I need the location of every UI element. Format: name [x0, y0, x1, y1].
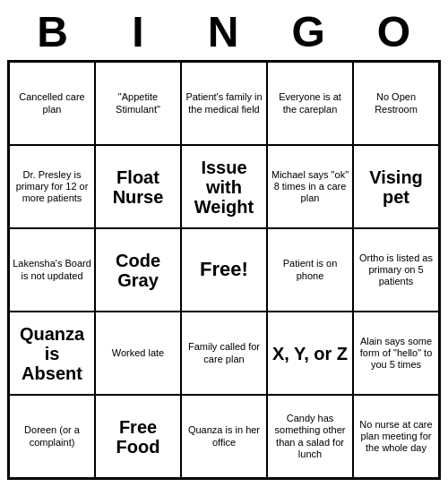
title-letter: G [267, 7, 352, 56]
bingo-grid: Cancelled care plan"Appetite Stimulant"P… [7, 60, 441, 480]
bingo-cell[interactable]: Lakensha's Board is not updated [9, 228, 95, 312]
bingo-cell[interactable]: Free Food [95, 395, 181, 478]
bingo-cell[interactable]: Everyone is at the careplan [267, 62, 353, 145]
bingo-cell[interactable]: Dr. Presley is primary for 12 or more pa… [9, 145, 95, 228]
bingo-cell[interactable]: No nurse at care plan meeting for the wh… [353, 395, 439, 478]
bingo-cell[interactable]: Michael says "ok" 8 times in a care plan [267, 145, 353, 228]
bingo-cell[interactable]: "Appetite Stimulant" [95, 62, 181, 145]
bingo-cell[interactable]: Cancelled care plan [9, 62, 95, 145]
bingo-cell[interactable]: Quanza is Absent [9, 312, 95, 395]
bingo-cell[interactable]: Family called for care plan [181, 312, 267, 395]
title-letter: O [352, 7, 437, 56]
bingo-cell[interactable]: Float Nurse [95, 145, 181, 228]
bingo-cell[interactable]: Issue with Weight [181, 145, 267, 228]
title-letter: B [11, 7, 96, 56]
bingo-cell[interactable]: X, Y, or Z [267, 312, 353, 395]
bingo-cell[interactable]: Patient's family in the medical field [181, 62, 267, 145]
bingo-cell[interactable]: Code Gray [95, 228, 181, 312]
bingo-cell[interactable]: Ortho is listed as primary on 5 patients [353, 228, 439, 312]
bingo-cell[interactable]: Quanza is in her office [181, 395, 267, 478]
bingo-cell[interactable]: Worked late [95, 312, 181, 395]
bingo-title: BINGO [7, 7, 441, 56]
bingo-cell[interactable]: Vising pet [353, 145, 439, 228]
bingo-cell[interactable]: Free! [181, 228, 267, 312]
bingo-cell[interactable]: Patient is on phone [267, 228, 353, 312]
title-letter: I [96, 7, 181, 56]
bingo-cell[interactable]: Doreen (or a complaint) [9, 395, 95, 478]
bingo-cell[interactable]: Alain says some form of "hello" to you 5… [353, 312, 439, 395]
bingo-cell[interactable]: Candy has something other than a salad f… [267, 395, 353, 478]
title-letter: N [181, 7, 266, 56]
bingo-cell[interactable]: No Open Restroom [353, 62, 439, 145]
